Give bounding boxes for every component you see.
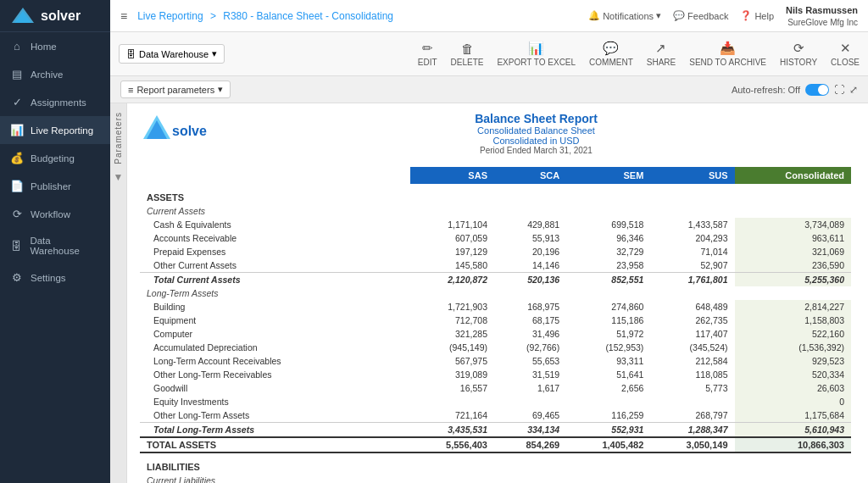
subsection-header: Current Assets	[140, 204, 851, 218]
nav-label-settings: Settings	[31, 273, 66, 283]
database-icon: 🗄	[126, 49, 136, 59]
expand-icon[interactable]: ⛶	[834, 84, 844, 96]
total-value: 852,551	[566, 273, 650, 287]
total-value: 5,610,943	[735, 423, 852, 438]
col-header-consolidated: Consolidated	[735, 167, 852, 184]
cell-value: 321,285	[410, 327, 494, 341]
table-row: Accumulated Depreciation(945,149)(92,766…	[140, 341, 851, 354]
nav-label-publisher: Publisher	[31, 181, 71, 192]
nav-label-live-reporting: Live Reporting	[31, 125, 93, 136]
cell-value: (345,524)	[650, 341, 734, 354]
edit-btn[interactable]: ✏ EDIT	[418, 41, 437, 67]
sidebar-item-assignments[interactable]: ✓Assignments	[0, 88, 110, 116]
user-menu[interactable]: Nils Rasmussen SureGlove Mfg Inc	[786, 5, 858, 27]
cell-value: 115,186	[566, 314, 650, 327]
history-btn[interactable]: ⟳ HISTORY	[780, 41, 817, 67]
grand-total-value: 854,269	[494, 437, 566, 452]
total-value: 2,120,872	[410, 273, 494, 287]
cell-value: 721,164	[410, 408, 494, 423]
data-warehouse-label: Data Warehouse	[139, 49, 209, 59]
cell-value: 268,797	[650, 408, 734, 423]
sidebar-item-workflow[interactable]: ⟳Workflow	[0, 200, 110, 228]
notifications-btn[interactable]: 🔔 Notifications ▾	[588, 10, 661, 21]
total-value: 5,255,360	[735, 273, 852, 287]
sidebar-item-budgeting[interactable]: 💰Budgeting	[0, 144, 110, 172]
auto-refresh-toggle[interactable]	[805, 84, 829, 96]
row-label: Equity Investments	[140, 395, 410, 408]
feedback-btn[interactable]: 💬 Feedback	[673, 10, 728, 21]
cell-value: 1,158,803	[735, 314, 852, 327]
report-header: solver Balance Sheet Report Consolidated…	[140, 112, 851, 155]
topbar-actions: 🔔 Notifications ▾ 💬 Feedback ❓ Help Nils…	[588, 5, 858, 27]
topbar: ≡ Live Reporting > R380 - Balance Sheet …	[110, 0, 868, 32]
row-label: Other Long-Term Assets	[140, 408, 410, 423]
user-name: Nils Rasmussen	[786, 5, 858, 15]
table-row: Current Assets	[140, 204, 851, 218]
total-value: 520,136	[494, 273, 566, 287]
nav-label-home: Home	[31, 42, 57, 52]
history-label: HISTORY	[780, 58, 817, 67]
breadcrumb-part2: R380 - Balance Sheet - Consolidating	[223, 10, 393, 22]
close-btn[interactable]: ✕ CLOSE	[831, 41, 860, 67]
delete-btn[interactable]: 🗑 DELETE	[451, 42, 484, 67]
col-header-sca: SCA	[494, 167, 566, 184]
breadcrumb-part1[interactable]: Live Reporting	[137, 10, 203, 22]
total-label: Total Current Assets	[140, 273, 410, 287]
report-area[interactable]: solver Balance Sheet Report Consolidated…	[127, 103, 868, 483]
report-subtitle2: Consolidated in USD	[221, 136, 851, 146]
nav-icon-publisher: 📄	[10, 180, 24, 192]
cell-value: 1,721,903	[410, 300, 494, 314]
sidebar-item-archive[interactable]: ▤Archive	[0, 60, 110, 88]
help-label: Help	[754, 11, 774, 21]
export-excel-btn[interactable]: 📊 EXPORT TO EXCEL	[497, 41, 576, 67]
report-logo: solver	[140, 112, 208, 147]
help-btn[interactable]: ❓ Help	[740, 10, 774, 21]
menu-icon[interactable]: ≡	[120, 9, 127, 23]
sidebar-item-data-warehouse[interactable]: 🗄Data Warehouse	[0, 228, 110, 264]
comment-btn[interactable]: 💬 COMMENT	[589, 41, 633, 67]
row-label: Accounts Receivable	[140, 231, 410, 245]
total-value: 3,435,531	[410, 423, 494, 438]
cell-value: 1,617	[494, 381, 566, 395]
sidebar-item-home[interactable]: ⌂Home	[0, 32, 110, 60]
total-value: 1,761,801	[650, 273, 734, 287]
row-label: Cash & Equivalents	[140, 218, 410, 231]
report-params-btn[interactable]: ≡ Report parameters ▾	[120, 80, 231, 98]
col-header-sas: SAS	[410, 167, 494, 184]
nav-icon-budgeting: 💰	[10, 152, 24, 164]
sidebar-item-settings[interactable]: ⚙Settings	[0, 264, 110, 291]
send-to-archive-btn[interactable]: 📥 SEND TO ARCHIVE	[689, 41, 766, 67]
data-warehouse-btn[interactable]: 🗄 Data Warehouse ▾	[119, 44, 225, 64]
breadcrumb-sep: >	[210, 10, 219, 22]
table-row: Total Current Assets2,120,872520,136852,…	[140, 273, 851, 287]
cell-value: 93,311	[566, 354, 650, 368]
excel-icon: 📊	[528, 41, 544, 56]
share-icon: ↗	[655, 41, 666, 56]
cell-value: 71,014	[650, 245, 734, 258]
row-label: Other Current Assets	[140, 258, 410, 273]
filter-icon[interactable]: ▼	[114, 171, 124, 183]
sidebar-item-publisher[interactable]: 📄Publisher	[0, 172, 110, 200]
send-archive-label: SEND TO ARCHIVE	[689, 58, 766, 67]
collapse-icon[interactable]: ⤢	[849, 84, 858, 96]
table-row: Prepaid Expenses197,12920,19632,72971,01…	[140, 245, 851, 258]
cell-value: 32,729	[566, 245, 650, 258]
subsection-header: Long-Term Assets	[140, 286, 851, 300]
sidebar-item-live-reporting[interactable]: 📊Live Reporting	[0, 116, 110, 144]
cell-value: 20,196	[494, 245, 566, 258]
table-row: Accounts Receivable607,05955,91396,34620…	[140, 231, 851, 245]
row-label: Accumulated Depreciation	[140, 341, 410, 354]
sub-toolbar: ≡ Report parameters ▾ Auto-refresh: Off …	[110, 76, 868, 103]
share-btn[interactable]: ↗ SHARE	[647, 41, 676, 67]
dw-chevron-icon: ▾	[212, 48, 217, 59]
cell-value: 51,641	[566, 368, 650, 381]
nav-icon-home: ⌂	[10, 40, 24, 53]
total-value: 1,288,347	[650, 423, 734, 438]
cell-value: 319,089	[410, 368, 494, 381]
row-label: Building	[140, 300, 410, 314]
table-row: LIABILITIES	[140, 452, 851, 474]
table-row: Total Long-Term Assets3,435,531334,13455…	[140, 423, 851, 438]
delete-label: DELETE	[451, 58, 484, 67]
table-row: Building1,721,903168,975274,860648,4892,…	[140, 300, 851, 314]
grand-total-value: 1,405,482	[566, 437, 650, 452]
